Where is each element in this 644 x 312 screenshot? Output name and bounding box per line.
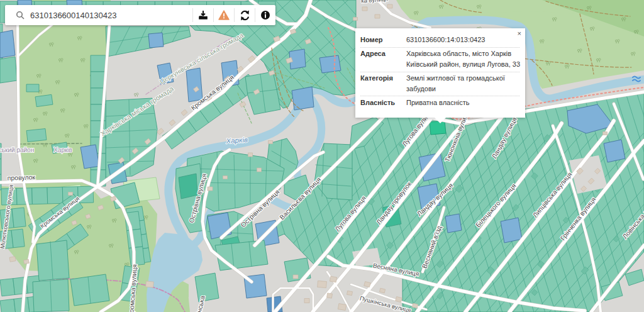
svg-text:ський район: ський район <box>0 147 34 153</box>
svg-text:Харків: Харків <box>225 136 248 145</box>
svg-text:Харків: Харків <box>53 147 72 153</box>
svg-text:провулок: провулок <box>7 173 35 182</box>
